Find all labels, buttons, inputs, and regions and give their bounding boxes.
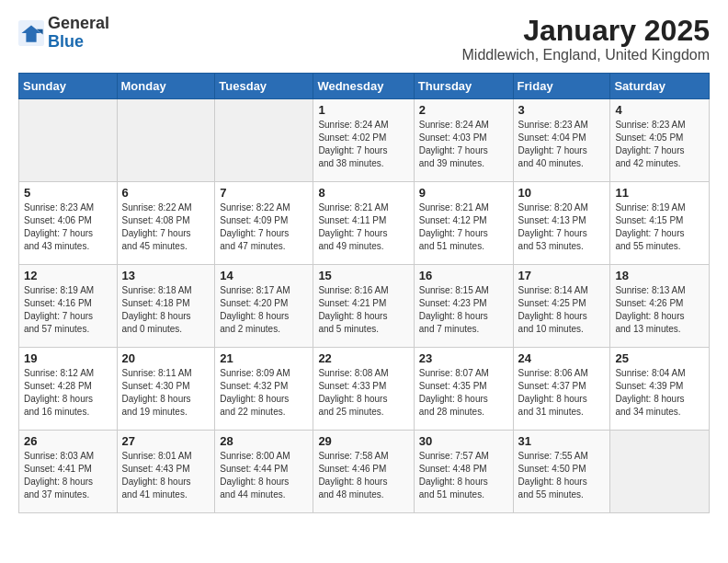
day-info: Sunrise: 8:17 AM Sunset: 4:20 PM Dayligh… [220, 284, 308, 336]
day-number: 14 [220, 269, 308, 282]
day-cell: 28Sunrise: 8:00 AM Sunset: 4:44 PM Dayli… [215, 431, 313, 513]
calendar-header: Sunday Monday Tuesday Wednesday Thursday… [19, 74, 710, 99]
day-cell [117, 99, 215, 182]
day-number: 5 [24, 186, 112, 200]
calendar-body: 1Sunrise: 8:24 AM Sunset: 4:02 PM Daylig… [19, 99, 710, 513]
day-info: Sunrise: 8:23 AM Sunset: 4:04 PM Dayligh… [518, 119, 606, 170]
day-info: Sunrise: 8:00 AM Sunset: 4:44 PM Dayligh… [220, 450, 308, 501]
day-cell: 29Sunrise: 7:58 AM Sunset: 4:46 PM Dayli… [313, 431, 414, 513]
day-number: 27 [122, 434, 210, 448]
week-row-5: 26Sunrise: 8:03 AM Sunset: 4:41 PM Dayli… [19, 431, 710, 513]
day-cell: 13Sunrise: 8:18 AM Sunset: 4:18 PM Dayli… [117, 265, 215, 348]
day-number: 31 [518, 434, 606, 448]
day-cell: 24Sunrise: 8:06 AM Sunset: 4:37 PM Dayli… [513, 348, 610, 431]
col-wednesday: Wednesday [313, 74, 414, 99]
day-cell: 7Sunrise: 8:22 AM Sunset: 4:09 PM Daylig… [215, 182, 313, 265]
day-info: Sunrise: 8:01 AM Sunset: 4:43 PM Dayligh… [122, 450, 210, 501]
day-number: 7 [220, 186, 308, 200]
day-number: 24 [518, 351, 606, 365]
day-info: Sunrise: 8:24 AM Sunset: 4:02 PM Dayligh… [318, 119, 408, 170]
day-number: 8 [318, 186, 408, 200]
day-number: 6 [122, 186, 210, 200]
day-number: 21 [220, 351, 308, 365]
day-info: Sunrise: 8:12 AM Sunset: 4:28 PM Dayligh… [24, 367, 112, 419]
col-tuesday: Tuesday [215, 74, 313, 99]
day-number: 25 [615, 351, 704, 365]
day-cell: 5Sunrise: 8:23 AM Sunset: 4:06 PM Daylig… [19, 182, 118, 265]
day-number: 3 [518, 103, 606, 117]
day-number: 23 [419, 351, 508, 365]
header-row: Sunday Monday Tuesday Wednesday Thursday… [19, 74, 710, 99]
col-friday: Friday [513, 74, 610, 99]
day-number: 19 [24, 351, 112, 365]
header: General Blue January 2025 Middlewich, En… [18, 15, 710, 63]
day-info: Sunrise: 8:22 AM Sunset: 4:09 PM Dayligh… [220, 201, 308, 253]
day-info: Sunrise: 8:11 AM Sunset: 4:30 PM Dayligh… [122, 367, 210, 419]
col-sunday: Sunday [19, 74, 118, 99]
week-row-2: 5Sunrise: 8:23 AM Sunset: 4:06 PM Daylig… [19, 182, 710, 265]
day-cell: 1Sunrise: 8:24 AM Sunset: 4:02 PM Daylig… [313, 99, 414, 182]
day-cell: 17Sunrise: 8:14 AM Sunset: 4:25 PM Dayli… [513, 265, 610, 348]
day-cell: 18Sunrise: 8:13 AM Sunset: 4:26 PM Dayli… [610, 265, 710, 348]
day-cell: 14Sunrise: 8:17 AM Sunset: 4:20 PM Dayli… [215, 265, 313, 348]
day-number: 1 [318, 103, 408, 117]
calendar-subtitle: Middlewich, England, United Kingdom [462, 47, 710, 63]
day-number: 2 [419, 103, 508, 117]
day-info: Sunrise: 8:14 AM Sunset: 4:25 PM Dayligh… [518, 284, 606, 336]
day-cell: 9Sunrise: 8:21 AM Sunset: 4:12 PM Daylig… [414, 182, 513, 265]
day-info: Sunrise: 8:20 AM Sunset: 4:13 PM Dayligh… [518, 201, 606, 253]
week-row-1: 1Sunrise: 8:24 AM Sunset: 4:02 PM Daylig… [19, 99, 710, 182]
day-info: Sunrise: 8:08 AM Sunset: 4:33 PM Dayligh… [318, 367, 408, 419]
day-number: 26 [24, 434, 112, 448]
day-info: Sunrise: 8:04 AM Sunset: 4:39 PM Dayligh… [615, 367, 704, 419]
day-number: 11 [615, 186, 704, 200]
day-cell: 19Sunrise: 8:12 AM Sunset: 4:28 PM Dayli… [19, 348, 118, 431]
day-cell: 10Sunrise: 8:20 AM Sunset: 4:13 PM Dayli… [513, 182, 610, 265]
day-cell: 6Sunrise: 8:22 AM Sunset: 4:08 PM Daylig… [117, 182, 215, 265]
day-cell: 4Sunrise: 8:23 AM Sunset: 4:05 PM Daylig… [610, 99, 710, 182]
day-info: Sunrise: 8:09 AM Sunset: 4:32 PM Dayligh… [220, 367, 308, 419]
day-cell: 2Sunrise: 8:24 AM Sunset: 4:03 PM Daylig… [414, 99, 513, 182]
page: General Blue January 2025 Middlewich, En… [0, 0, 728, 523]
day-number: 13 [122, 269, 210, 282]
day-info: Sunrise: 8:23 AM Sunset: 4:05 PM Dayligh… [615, 119, 704, 170]
day-cell: 12Sunrise: 8:19 AM Sunset: 4:16 PM Dayli… [19, 265, 118, 348]
col-monday: Monday [117, 74, 215, 99]
day-number: 29 [318, 434, 408, 448]
day-info: Sunrise: 8:19 AM Sunset: 4:15 PM Dayligh… [615, 201, 704, 253]
logo-general-text: General [48, 15, 109, 33]
day-number: 15 [318, 269, 408, 282]
day-number: 9 [419, 186, 508, 200]
title-block: January 2025 Middlewich, England, United… [462, 15, 710, 63]
day-cell: 23Sunrise: 8:07 AM Sunset: 4:35 PM Dayli… [414, 348, 513, 431]
day-info: Sunrise: 8:23 AM Sunset: 4:06 PM Dayligh… [24, 201, 112, 253]
day-number: 10 [518, 186, 606, 200]
day-number: 20 [122, 351, 210, 365]
day-cell [19, 99, 118, 182]
day-info: Sunrise: 7:57 AM Sunset: 4:48 PM Dayligh… [419, 450, 508, 501]
day-info: Sunrise: 7:55 AM Sunset: 4:50 PM Dayligh… [518, 450, 606, 501]
day-cell [610, 431, 710, 513]
day-cell: 16Sunrise: 8:15 AM Sunset: 4:23 PM Dayli… [414, 265, 513, 348]
day-info: Sunrise: 8:07 AM Sunset: 4:35 PM Dayligh… [419, 367, 508, 419]
day-number: 16 [419, 269, 508, 282]
day-number: 28 [220, 434, 308, 448]
logo-icon [18, 20, 44, 46]
day-info: Sunrise: 8:03 AM Sunset: 4:41 PM Dayligh… [24, 450, 112, 501]
logo-text: General Blue [48, 15, 109, 52]
day-number: 30 [419, 434, 508, 448]
day-info: Sunrise: 8:13 AM Sunset: 4:26 PM Dayligh… [615, 284, 704, 336]
day-info: Sunrise: 8:16 AM Sunset: 4:21 PM Dayligh… [318, 284, 408, 336]
day-info: Sunrise: 8:22 AM Sunset: 4:08 PM Dayligh… [122, 201, 210, 253]
day-cell: 27Sunrise: 8:01 AM Sunset: 4:43 PM Dayli… [117, 431, 215, 513]
logo-blue-text: Blue [48, 33, 109, 52]
day-info: Sunrise: 8:21 AM Sunset: 4:11 PM Dayligh… [318, 201, 408, 253]
day-info: Sunrise: 8:15 AM Sunset: 4:23 PM Dayligh… [419, 284, 508, 336]
day-cell: 30Sunrise: 7:57 AM Sunset: 4:48 PM Dayli… [414, 431, 513, 513]
day-cell: 26Sunrise: 8:03 AM Sunset: 4:41 PM Dayli… [19, 431, 118, 513]
day-cell: 22Sunrise: 8:08 AM Sunset: 4:33 PM Dayli… [313, 348, 414, 431]
day-cell: 20Sunrise: 8:11 AM Sunset: 4:30 PM Dayli… [117, 348, 215, 431]
calendar-title: January 2025 [462, 15, 710, 47]
week-row-4: 19Sunrise: 8:12 AM Sunset: 4:28 PM Dayli… [19, 348, 710, 431]
day-info: Sunrise: 8:06 AM Sunset: 4:37 PM Dayligh… [518, 367, 606, 419]
